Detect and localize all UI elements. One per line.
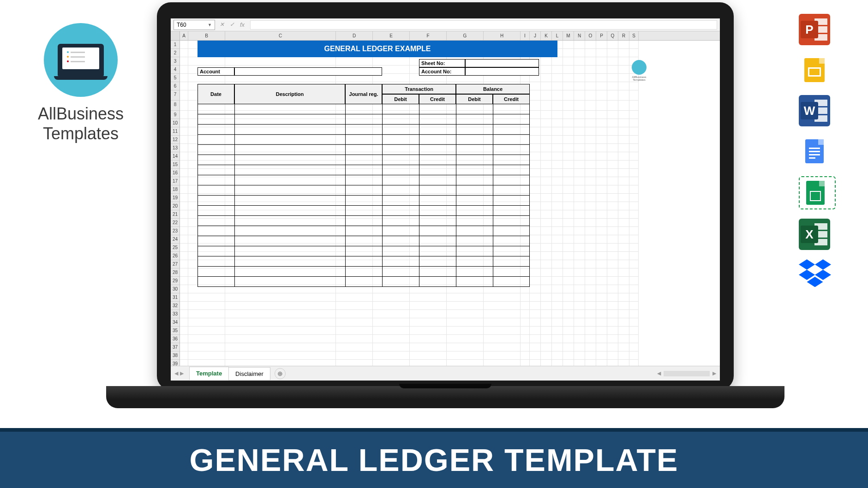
account-no-input[interactable] (465, 67, 539, 76)
ledger-row[interactable] (198, 216, 557, 226)
row-header-25[interactable]: 25 (171, 244, 180, 252)
header-bal-debit: Debit (456, 94, 493, 104)
row-header-22[interactable]: 22 (171, 219, 180, 227)
ledger-row[interactable] (198, 267, 557, 277)
add-sheet-button[interactable]: ⊕ (275, 368, 286, 379)
ledger-row[interactable] (198, 155, 557, 165)
row-header-19[interactable]: 19 (171, 194, 180, 202)
ledger-row[interactable] (198, 135, 557, 145)
name-box[interactable]: T60 ▼ (174, 20, 215, 30)
laptop-icon (58, 44, 104, 76)
col-header-K[interactable]: K (541, 31, 552, 40)
ledger-row[interactable] (198, 246, 557, 256)
col-header-R[interactable]: R (618, 31, 629, 40)
row-header-24[interactable]: 24 (171, 235, 180, 244)
ledger-row[interactable] (198, 145, 557, 155)
row-header-4[interactable]: 4 (171, 65, 180, 74)
row-header-11[interactable]: 11 (171, 127, 180, 136)
row-header-12[interactable]: 12 (171, 136, 180, 144)
ledger-row[interactable] (198, 226, 557, 236)
col-header-C[interactable]: C (225, 31, 336, 40)
row-header-15[interactable]: 15 (171, 161, 180, 169)
tab-disclaimer[interactable]: Disclaimer (228, 367, 270, 380)
ledger-row[interactable] (198, 196, 557, 206)
brand-logo: AllBusiness Templates (23, 23, 138, 143)
google-docs-icon[interactable] (799, 136, 830, 167)
tab-prev-icon[interactable]: ◀ (174, 370, 178, 376)
account-input[interactable] (234, 67, 382, 76)
watermark-logo: AllBusiness Templates (628, 60, 651, 81)
row-header-23[interactable]: 23 (171, 227, 180, 235)
row-header-6[interactable]: 6 (171, 82, 180, 90)
ledger-row[interactable] (198, 277, 557, 287)
ledger-row[interactable] (198, 125, 557, 135)
row-header-2[interactable]: 2 (171, 49, 180, 57)
row-header-18[interactable]: 18 (171, 185, 180, 194)
col-header-J[interactable]: J (530, 31, 541, 40)
ledger-row[interactable] (198, 185, 557, 196)
row-header-10[interactable]: 10 (171, 119, 180, 127)
row-header-1[interactable]: 1 (171, 41, 180, 49)
col-header-L[interactable]: L (552, 31, 563, 40)
row-header-20[interactable]: 20 (171, 202, 180, 210)
dropbox-icon[interactable] (799, 259, 836, 289)
sheet-no-input[interactable] (465, 59, 539, 67)
col-header-H[interactable]: H (484, 31, 521, 40)
col-header-N[interactable]: N (574, 31, 585, 40)
file-format-icons: P W X (799, 14, 836, 289)
ledger-row[interactable] (198, 165, 557, 175)
col-header-P[interactable]: P (596, 31, 607, 40)
scroll-right-icon[interactable]: ▶ (712, 370, 716, 376)
page-banner: GENERAL LEDGER TEMPLATE (0, 428, 868, 488)
spreadsheet-grid[interactable]: GENERAL LEDGER EXAMPLE Account Sheet No:… (180, 41, 720, 366)
col-header-A[interactable]: A (180, 31, 188, 40)
ledger-row[interactable] (198, 256, 557, 267)
google-slides-icon[interactable] (799, 54, 830, 86)
tab-next-icon[interactable]: ▶ (180, 370, 184, 376)
google-sheets-highlighted[interactable] (799, 176, 836, 209)
row-header-3[interactable]: 3 (171, 57, 180, 65)
cancel-icon[interactable]: ✕ (219, 21, 225, 28)
row-header-7[interactable]: 7 (171, 90, 180, 101)
row-header-9[interactable]: 9 (171, 111, 180, 119)
select-all-corner[interactable] (171, 31, 180, 41)
col-header-O[interactable]: O (585, 31, 596, 40)
row-header-17[interactable]: 17 (171, 177, 180, 185)
ledger-row[interactable] (198, 206, 557, 216)
excel-icon[interactable]: X (799, 219, 830, 250)
ledger-row[interactable] (198, 104, 557, 114)
col-header-Q[interactable]: Q (607, 31, 618, 40)
ledger-row[interactable] (198, 236, 557, 246)
row-header-5[interactable]: 5 (171, 74, 180, 82)
col-header-D[interactable]: D (336, 31, 373, 40)
powerpoint-icon[interactable]: P (799, 14, 830, 45)
ledger-row[interactable] (198, 114, 557, 125)
excel-screen: T60 ▼ ✕ ✓ fx 123456789101112131415161718… (171, 18, 720, 381)
row-header-21[interactable]: 21 (171, 210, 180, 219)
col-header-G[interactable]: G (447, 31, 484, 40)
sheet-no-label: Sheet No: (419, 59, 465, 67)
horizontal-scrollbar[interactable] (664, 371, 710, 376)
formula-input[interactable] (250, 20, 717, 30)
row-header-14[interactable]: 14 (171, 152, 180, 161)
brand-name-line1: AllBusiness (23, 104, 138, 124)
col-header-E[interactable]: E (373, 31, 410, 40)
tab-template[interactable]: Template (189, 367, 229, 381)
brand-name-line2: Templates (23, 124, 138, 143)
ledger-row[interactable] (198, 175, 557, 185)
fx-icon[interactable]: fx (239, 21, 245, 28)
scroll-left-icon[interactable]: ◀ (657, 370, 661, 376)
sheet-title: GENERAL LEDGER EXAMPLE (198, 41, 557, 57)
confirm-icon[interactable]: ✓ (229, 21, 235, 28)
word-icon[interactable]: W (799, 95, 830, 126)
col-header-M[interactable]: M (563, 31, 574, 40)
row-header-13[interactable]: 13 (171, 144, 180, 152)
row-header-26[interactable]: 26 (171, 252, 180, 260)
header-balance: Balance (456, 84, 530, 94)
row-header-8[interactable]: 8 (171, 101, 180, 111)
col-header-S[interactable]: S (629, 31, 639, 40)
col-header-F[interactable]: F (410, 31, 447, 40)
col-header-B[interactable]: B (188, 31, 225, 40)
row-header-16[interactable]: 16 (171, 169, 180, 177)
col-header-I[interactable]: I (521, 31, 530, 40)
